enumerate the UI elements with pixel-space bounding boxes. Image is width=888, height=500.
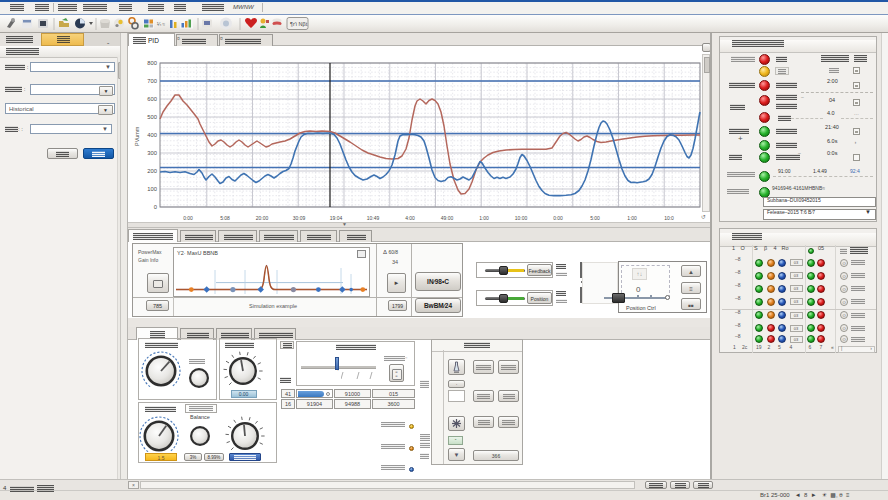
svg-text:1:00: 1:00 bbox=[479, 215, 489, 221]
svg-text:10:00: 10:00 bbox=[515, 215, 528, 221]
svg-text:10:0: 10:0 bbox=[664, 215, 674, 221]
svg-text:10:49: 10:49 bbox=[367, 215, 380, 221]
svg-text:800: 800 bbox=[147, 60, 157, 66]
svg-text:200: 200 bbox=[147, 168, 157, 174]
svg-text:1:00: 1:00 bbox=[627, 215, 637, 221]
svg-text:5:08: 5:08 bbox=[220, 215, 230, 221]
svg-text:300: 300 bbox=[147, 150, 157, 156]
svg-text:4:00: 4:00 bbox=[405, 215, 415, 221]
svg-text:0:00: 0:00 bbox=[553, 215, 563, 221]
svg-text:100: 100 bbox=[147, 186, 157, 192]
svg-text:PVumm: PVumm bbox=[134, 126, 140, 146]
svg-text:49:00: 49:00 bbox=[441, 215, 454, 221]
svg-text:600: 600 bbox=[147, 96, 157, 102]
svg-text:400: 400 bbox=[147, 132, 157, 138]
svg-text:¼ ≈: ¼ ≈ bbox=[157, 21, 165, 27]
svg-text:19:04: 19:04 bbox=[330, 215, 343, 221]
svg-text:500: 500 bbox=[147, 114, 157, 120]
svg-text:0:00: 0:00 bbox=[183, 215, 193, 221]
svg-text:20:00: 20:00 bbox=[256, 215, 269, 221]
svg-text:¶rʹi Nβt: ¶rʹi Nβt bbox=[290, 21, 308, 27]
svg-text:0: 0 bbox=[154, 204, 157, 210]
svg-text:700: 700 bbox=[147, 78, 157, 84]
svg-text:5:00: 5:00 bbox=[590, 215, 600, 221]
svg-text:30:09: 30:09 bbox=[293, 215, 306, 221]
